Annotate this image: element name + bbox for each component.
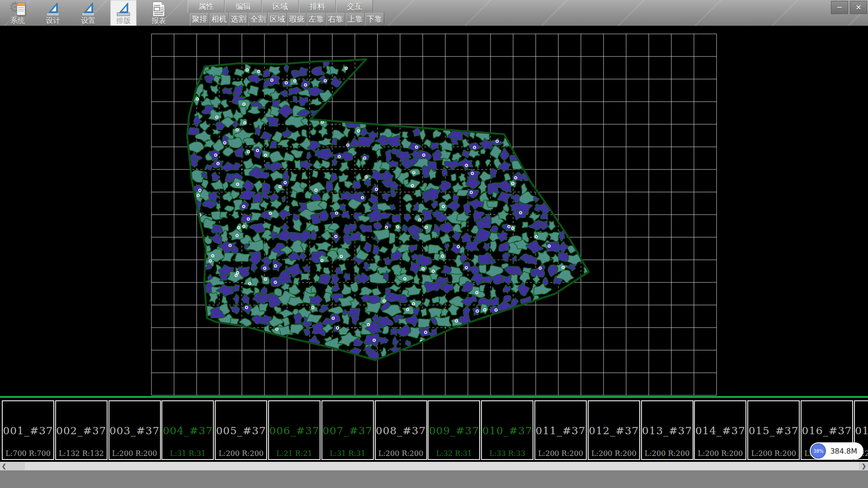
big-button-label: 设置 — [81, 17, 95, 25]
piece-id-label: 015_#37 — [748, 425, 799, 436]
menu-tab-5[interactable]: 交互 — [336, 0, 373, 13]
tool-button-9[interactable]: 上靠 — [345, 13, 365, 26]
piece-id-label: 003_#37 — [109, 425, 160, 436]
memory-value: 384.8M — [830, 447, 857, 455]
piece-lr-count: L:200 R:200 — [109, 449, 160, 458]
piece-id-label: 009_#37 — [429, 425, 479, 436]
piece-thumbnail-008_#37[interactable]: 008_#37L:200 R:200 — [375, 400, 427, 460]
window-controls: ─ ✕ — [831, 1, 867, 14]
piece-lr-count: L:200 R:200 — [589, 449, 639, 458]
tool-button-7[interactable]: 左靠 — [307, 13, 326, 26]
big-button-layout[interactable]: 排版 — [110, 0, 137, 26]
piece-id-label: 014_#37 — [695, 425, 745, 436]
scroll-right-arrow-icon[interactable]: ❯ — [860, 462, 868, 470]
piece-lr-count: L:21 R:21 — [269, 449, 320, 458]
horizontal-scrollbar[interactable]: ❮ ❯ — [0, 462, 868, 470]
piece-lr-count: L:200 R:200 — [216, 449, 266, 458]
tool-button-6[interactable]: 瑕疵 — [287, 13, 307, 26]
big-button-settings[interactable]: 设置 — [75, 0, 101, 26]
piece-lr-count: L:31 R:31 — [162, 449, 213, 458]
piece-thumbnail-002_#37[interactable]: 002_#37L:132 R:132 — [55, 400, 108, 460]
big-button-design[interactable]: 设计 — [40, 0, 66, 26]
menu-tab-1[interactable]: 属性 — [188, 0, 225, 13]
big-button-label: 排版 — [116, 17, 131, 25]
piece-thumbnail-006_#37[interactable]: 006_#37L:21 R:21 — [268, 400, 321, 460]
piece-id-label: 005_#37 — [216, 425, 266, 436]
nesting-canvas[interactable] — [0, 26, 868, 396]
scroll-left-arrow-icon[interactable]: ❮ — [0, 462, 8, 470]
piece-id-label: 001_#37 — [3, 425, 53, 436]
piece-id-label: 011_#37 — [535, 425, 586, 436]
tool-button-8[interactable]: 右靠 — [326, 13, 345, 26]
piece-thumbnail-012_#37[interactable]: 012_#37L:200 R:200 — [588, 400, 640, 460]
tool-button-2[interactable]: 相机 — [209, 13, 229, 26]
piece-thumbnail-005_#37[interactable]: 005_#37L:200 R:200 — [215, 400, 267, 460]
piece-lr-count: L:200 R:200 — [642, 449, 693, 458]
minimize-button[interactable]: ─ — [831, 1, 848, 14]
progress-circle: 38% — [811, 443, 826, 459]
piece-id-label: 008_#37 — [376, 425, 426, 436]
piece-thumbnail-strip: 001_#37L:700 R:700002_#37L:132 R:132003_… — [0, 399, 868, 462]
report-icon — [152, 1, 165, 17]
piece-thumbnail-014_#37[interactable]: 014_#37L:200 R:200 — [694, 400, 746, 460]
piece-thumbnail-001_#37[interactable]: 001_#37L:700 R:700 — [2, 400, 54, 460]
piece-thumbnail-009_#37[interactable]: 009_#37L:32 R:31 — [428, 400, 480, 460]
tool-button-1[interactable]: 聚排 — [190, 13, 209, 26]
menu-tab-row: 属性编辑区域排料交互 — [188, 0, 373, 13]
piece-lr-count: L:200 R:200 — [376, 449, 426, 458]
piece-thumbnail-010_#37[interactable]: 010_#37L:33 R:33 — [481, 400, 533, 460]
memory-progress-badge: 38% 384.8M — [810, 442, 863, 460]
tool-button-5[interactable]: 区域 — [268, 13, 287, 26]
piece-id-label: 017_#37 — [855, 425, 868, 436]
close-button[interactable]: ✕ — [850, 1, 867, 14]
tool-button-10[interactable]: 下靠 — [365, 13, 384, 26]
piece-lr-count: L:700 R:700 — [3, 449, 53, 458]
tool-button-row: 聚排相机选割全割区域瑕疵左靠右靠上靠下靠 — [190, 13, 384, 26]
progress-value: 38% — [813, 449, 823, 454]
piece-lr-count: L:32 R:31 — [429, 449, 479, 458]
scrollbar-thumb[interactable] — [25, 462, 859, 470]
tool-button-4[interactable]: 全割 — [248, 13, 268, 26]
piece-thumbnail-015_#37[interactable]: 015_#37L:200 R:200 — [747, 400, 800, 460]
strip-separator-line — [0, 396, 868, 398]
big-button-label: 设计 — [46, 17, 60, 25]
piece-id-label: 012_#37 — [589, 425, 639, 436]
menu-tab-3[interactable]: 区域 — [262, 0, 299, 13]
big-button-report[interactable]: 报表 — [146, 0, 172, 26]
piece-thumbnail-007_#37[interactable]: 007_#37L:31 R:31 — [321, 400, 374, 460]
piece-id-label: 010_#37 — [482, 425, 533, 436]
piece-lr-count: L:33 R:33 — [482, 449, 533, 458]
piece-thumbnail-013_#37[interactable]: 013_#37L:200 R:200 — [641, 400, 693, 460]
toolbar: ⚙ 系统 设计 设置 — [0, 0, 868, 26]
tool-button-3[interactable]: 选割 — [229, 13, 248, 26]
piece-id-label: 013_#37 — [642, 425, 693, 436]
ruler-icon — [45, 1, 61, 17]
piece-lr-count: L:200 R:200 — [535, 449, 586, 458]
big-button-system[interactable]: ⚙ 系统 — [5, 0, 31, 26]
piece-thumbnail-011_#37[interactable]: 011_#37L:200 R:200 — [534, 400, 587, 460]
gear-doc-icon: ⚙ — [10, 1, 25, 17]
big-button-label: 报表 — [151, 17, 166, 25]
piece-id-label: 016_#37 — [802, 425, 852, 436]
status-bar — [0, 470, 868, 488]
piece-lr-count: L:200 R:200 — [748, 449, 799, 458]
app-window: { "window": { "minimize_glyph": "─", "cl… — [0, 0, 868, 488]
piece-thumbnail-004_#37[interactable]: 004_#37L:31 R:31 — [161, 400, 214, 460]
piece-thumbnail-003_#37[interactable]: 003_#37L:200 R:200 — [108, 400, 161, 460]
piece-id-label: 002_#37 — [56, 425, 107, 436]
piece-id-label: 004_#37 — [162, 425, 213, 436]
ruler-icon — [116, 1, 131, 17]
piece-lr-count: L:31 R:31 — [322, 449, 373, 458]
piece-id-label: 007_#37 — [322, 425, 373, 436]
menu-tab-2[interactable]: 编辑 — [225, 0, 262, 13]
menu-tab-4[interactable]: 排料 — [299, 0, 336, 13]
ruler-icon — [80, 1, 96, 17]
piece-lr-count: L:132 R:132 — [56, 449, 107, 458]
big-button-label: 系统 — [10, 17, 25, 25]
piece-lr-count: L:200 R:200 — [695, 449, 745, 458]
piece-id-label: 006_#37 — [269, 425, 320, 436]
